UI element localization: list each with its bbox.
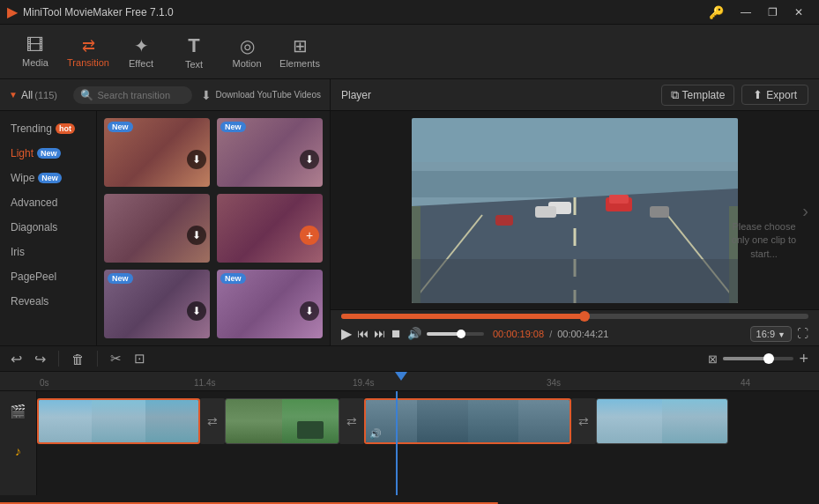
play-button[interactable]: ▶ bbox=[341, 325, 352, 342]
player-area: › Please choose only one clip to start..… bbox=[331, 111, 819, 309]
sidebar-label-iris: Iris bbox=[11, 246, 25, 258]
transition-3[interactable]: ⇄ bbox=[571, 398, 596, 444]
next-frame-button[interactable]: ⏭ bbox=[374, 327, 385, 340]
video-track-row: ⇄ ⇄ bbox=[37, 391, 819, 451]
player-title: Player bbox=[341, 89, 661, 101]
tracks-area: ⇄ ⇄ bbox=[37, 391, 819, 495]
timeline-content: 🎬 ♪ ⇄ bbox=[0, 391, 819, 495]
svg-rect-7 bbox=[609, 195, 629, 204]
stop-button[interactable]: ⏹ bbox=[391, 327, 402, 340]
maximize-button[interactable]: ❐ bbox=[759, 0, 785, 25]
download-btn-lt5[interactable]: ⬇ bbox=[187, 226, 206, 245]
crop-button[interactable]: ⊡ bbox=[134, 351, 145, 367]
sidebar-item-pagepeel[interactable]: PagePeel bbox=[0, 264, 96, 289]
svg-rect-10 bbox=[650, 206, 669, 218]
sidebar-item-iris[interactable]: Iris bbox=[0, 240, 96, 264]
aspect-ratio-select[interactable]: 16:9 ▼ bbox=[750, 326, 792, 342]
svg-rect-15 bbox=[412, 259, 738, 303]
timeline: 0s 11.4s 19.4s 34s 44 🎬 ♪ bbox=[0, 372, 819, 495]
sidebar-label-light: Light bbox=[11, 147, 34, 159]
redo-button[interactable]: ↪ bbox=[34, 351, 46, 367]
video-clip-2[interactable] bbox=[225, 398, 339, 444]
grid-item-lt4[interactable]: New ⬇ Light leaks transition 4 bbox=[217, 118, 323, 187]
zoom-slider[interactable] bbox=[723, 357, 793, 360]
sidebar-item-wipe[interactable]: Wipe New bbox=[0, 166, 96, 190]
playhead-line[interactable] bbox=[396, 391, 398, 495]
toolbar-transition[interactable]: ⇄ Transition bbox=[62, 29, 115, 75]
zoom-fill bbox=[723, 357, 769, 360]
chevron-right-icon[interactable]: › bbox=[802, 200, 808, 220]
transition-1[interactable]: ⇄ bbox=[200, 398, 225, 444]
text-icon: T bbox=[188, 34, 199, 57]
sidebar-item-trending[interactable]: Trending hot bbox=[0, 116, 96, 141]
grid-item-lt7[interactable]: New ⬇ Light leaks transition 7 bbox=[104, 270, 210, 338]
delete-button[interactable]: 🗑 bbox=[71, 352, 85, 367]
progress-thumb[interactable] bbox=[579, 311, 590, 322]
sidebar-item-reveals[interactable]: Reveals bbox=[0, 289, 96, 314]
volume-slider[interactable] bbox=[427, 332, 484, 336]
svg-rect-14 bbox=[412, 118, 738, 162]
download-btn-lt3[interactable]: ⬇ bbox=[187, 150, 206, 169]
sidebar-label-pagepeel: PagePeel bbox=[11, 271, 56, 283]
audio-indicator: 🔊 bbox=[369, 428, 382, 440]
progress-fill bbox=[341, 314, 584, 319]
expand-icon[interactable]: ▼ bbox=[9, 90, 18, 100]
sidebar-item-diagonals[interactable]: Diagonals bbox=[0, 215, 96, 240]
grid-item-lt5[interactable]: ⬇ Light leaks transition 5 bbox=[104, 194, 210, 263]
transition-2[interactable]: ⇄ bbox=[339, 398, 364, 444]
video-track-icon: 🎬 bbox=[10, 404, 26, 419]
template-button[interactable]: ⧉ Template bbox=[661, 85, 735, 106]
toolbar-text[interactable]: T Text bbox=[168, 29, 220, 75]
toolbar-media[interactable]: 🎞 Media bbox=[9, 29, 62, 75]
win-controls: — ❐ ✕ bbox=[733, 0, 812, 25]
cut-button[interactable]: ✂ bbox=[110, 351, 122, 367]
sidebar-label-wipe: Wipe bbox=[11, 172, 34, 184]
add-btn-lt6[interactable]: + bbox=[300, 226, 319, 245]
video-preview bbox=[412, 118, 738, 303]
volume-thumb[interactable] bbox=[457, 330, 465, 338]
sidebar-item-light[interactable]: Light New bbox=[0, 141, 96, 166]
progress-bar[interactable] bbox=[341, 314, 808, 319]
new-badge-light: New bbox=[37, 148, 61, 159]
sidebar-item-advanced[interactable]: Advanced bbox=[0, 190, 96, 215]
toolbar-effect[interactable]: ✦ Effect bbox=[115, 29, 168, 75]
tick-11s: 11.4s bbox=[194, 378, 215, 388]
zoom-add-button[interactable]: + bbox=[799, 351, 808, 367]
prev-frame-button[interactable]: ⏮ bbox=[357, 327, 369, 340]
download-btn-lt4[interactable]: ⬇ bbox=[300, 150, 319, 169]
category-sidebar: Trending hot Light New Wipe New Advanced… bbox=[0, 111, 97, 345]
video-clip-4[interactable] bbox=[596, 398, 728, 444]
fullscreen-button[interactable]: ⛶ bbox=[797, 327, 808, 340]
volume-icon[interactable]: 🔊 bbox=[407, 327, 421, 340]
search-input[interactable] bbox=[97, 90, 185, 100]
time-current: 00:00:19:08 bbox=[493, 329, 544, 339]
titlebar: ▶ MiniTool MovieMaker Free 7.1.0 🔑 — ❐ ✕ bbox=[0, 0, 819, 25]
download-btn-lt7[interactable]: ⬇ bbox=[187, 301, 206, 321]
undo-button[interactable]: ↩ bbox=[11, 351, 22, 367]
toolbar-elements[interactable]: ⊞ Elements bbox=[273, 29, 326, 75]
transition-icon: ⇄ bbox=[82, 36, 95, 56]
download-btn-lt8[interactable]: ⬇ bbox=[300, 301, 319, 321]
search-icon: 🔍 bbox=[80, 89, 93, 101]
zoom-control: ⊠ + bbox=[708, 351, 808, 367]
download-youtube-button[interactable]: ⬇ Download YouTube Videos bbox=[201, 88, 321, 102]
new-badge-lt8: New bbox=[220, 273, 246, 284]
export-icon: ⬆ bbox=[753, 88, 763, 101]
close-button[interactable]: ✕ bbox=[785, 0, 812, 25]
zoom-thumb[interactable] bbox=[763, 353, 774, 364]
sidebar-label-diagonals: Diagonals bbox=[11, 221, 57, 233]
search-box[interactable]: 🔍 bbox=[73, 86, 192, 104]
minimize-button[interactable]: — bbox=[733, 0, 759, 25]
player-header: Player ⧉ Template ⬆ Export bbox=[331, 79, 819, 111]
toolbar-motion[interactable]: ◎ Motion bbox=[220, 29, 273, 75]
app-title: MiniTool MovieMaker Free 7.1.0 bbox=[23, 6, 709, 19]
main-content: ▼ All (115) 🔍 ⬇ Download YouTube Videos … bbox=[0, 79, 819, 345]
grid-item-lt8[interactable]: New ⬇ Light leaks transition 8 bbox=[217, 270, 323, 338]
grid-item-lt6[interactable]: + Light leaks transition 6 bbox=[217, 194, 323, 263]
template-label: Template bbox=[682, 89, 726, 101]
video-clip-1[interactable] bbox=[37, 398, 200, 444]
transition-grid: New ⬇ Light leaks transition 3 New ⬇ Lig… bbox=[97, 111, 330, 345]
export-button[interactable]: ⬆ Export bbox=[741, 85, 808, 105]
grid-item-lt3[interactable]: New ⬇ Light leaks transition 3 bbox=[104, 118, 210, 187]
all-label: All bbox=[21, 89, 33, 101]
